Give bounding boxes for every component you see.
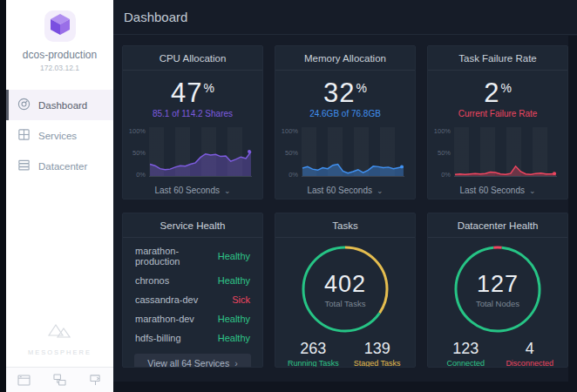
panel-service-health: Service Health marathon-productionHealth… xyxy=(122,213,263,368)
panel-task-failure-rate: Task Failure Rate 2% Current Failure Rat… xyxy=(427,45,568,199)
sitemap-icon[interactable] xyxy=(53,374,66,386)
y-axis-labels: 100%50%0% xyxy=(126,127,149,178)
cpu-percent: 47% xyxy=(123,78,262,109)
memory-percent: 32% xyxy=(275,78,415,109)
cluster-name: dcos-production xyxy=(6,49,113,61)
stat-label: Disconnected xyxy=(504,359,556,368)
main-content: Dashboard CPU Allocation 47% 85.1 of 114… xyxy=(113,0,577,392)
sidebar-item-dashboard[interactable]: Dashboard xyxy=(6,90,113,120)
memory-range-dropdown[interactable]: Last 60 Seconds⌄ xyxy=(275,186,415,195)
chevron-down-icon: ⌄ xyxy=(377,186,384,195)
stat: 4Disconnected xyxy=(504,340,556,368)
tasks-stats: 263Running Tasks139Staged Tasks xyxy=(275,340,415,368)
panel-tasks: Tasks 402 Total Tasks 263Running Tasks13… xyxy=(275,213,416,368)
servers-icon xyxy=(17,159,31,173)
stat-value: 4 xyxy=(504,340,556,358)
flag-icon[interactable] xyxy=(89,374,102,386)
sidebar-item-label: Services xyxy=(38,131,77,141)
cluster-logo[interactable] xyxy=(44,10,76,42)
cpu-chart: 100%50%0% xyxy=(126,127,255,178)
cluster-ip: 172.03.12.1 xyxy=(6,64,113,72)
stat: 263Running Tasks xyxy=(287,340,339,368)
y-axis-labels: 100%50%0% xyxy=(431,127,454,178)
sidebar-item-services[interactable]: Services xyxy=(6,120,113,151)
service-status: Healthy xyxy=(218,251,250,261)
failure-chart: 100%50%0% xyxy=(431,127,560,178)
stat: 139Staged Tasks xyxy=(351,340,404,368)
failure-range-dropdown[interactable]: Last 60 Seconds⌄ xyxy=(428,186,567,195)
bottom-gutter xyxy=(113,382,577,392)
chevron-down-icon: ⌄ xyxy=(529,186,536,195)
service-name: cassandra-dev xyxy=(135,294,198,305)
nodes-donut: 127 Total Nodes xyxy=(451,243,544,335)
memory-usage-text: 24.6GB of 76.8GB xyxy=(275,109,415,118)
panel-title: Task Failure Rate xyxy=(428,46,567,71)
service-row[interactable]: hdfs-billingHealthy xyxy=(123,328,262,348)
total-tasks-value: 402 xyxy=(324,271,366,298)
tasks-donut: 402 Total Tasks xyxy=(299,243,391,335)
service-status: Healthy xyxy=(218,333,250,343)
failure-rate-text: Current Failure Rate xyxy=(428,109,567,118)
panel-cpu-allocation: CPU Allocation 47% 85.1 of 114.2 Shares … xyxy=(122,45,263,199)
service-status: Healthy xyxy=(218,314,250,324)
cpu-shares-text: 85.1 of 114.2 Shares xyxy=(123,109,262,118)
service-status: Sick xyxy=(232,294,250,305)
panel-grid: CPU Allocation 47% 85.1 of 114.2 Shares … xyxy=(113,35,577,368)
cube-icon xyxy=(49,12,71,40)
panel-memory-allocation: Memory Allocation 32% 24.6GB of 76.8GB 1… xyxy=(275,45,416,199)
service-row[interactable]: marathon-devHealthy xyxy=(123,309,262,328)
service-status: Healthy xyxy=(218,275,250,286)
service-row[interactable]: chronosHealthy xyxy=(123,271,262,290)
failure-area-chart xyxy=(454,127,557,177)
service-name: marathon-production xyxy=(135,246,218,267)
total-nodes-label: Total Nodes xyxy=(476,299,519,308)
sidebar-menu: Dashboard Services Datacenter xyxy=(6,90,113,181)
memory-area-chart xyxy=(302,127,404,177)
vendor-watermark: MESOSPHERE xyxy=(6,321,113,356)
stat-label: Connected xyxy=(439,359,492,368)
stat-value: 139 xyxy=(351,340,404,358)
grid-icon xyxy=(17,128,31,143)
stat-label: Running Tasks xyxy=(287,359,339,368)
stat-label: Staged Tasks xyxy=(351,359,404,368)
sidebar-item-label: Datacenter xyxy=(38,161,87,172)
memory-chart: 100%50%0% xyxy=(279,127,408,178)
service-row[interactable]: marathon-productionHealthy xyxy=(123,241,262,271)
gauge-icon xyxy=(17,98,31,112)
cpu-area-chart xyxy=(149,127,252,177)
total-nodes-value: 127 xyxy=(477,271,519,298)
y-axis-labels: 100%50%0% xyxy=(279,127,302,178)
service-name: hdfs-billing xyxy=(135,333,181,343)
screen-edge xyxy=(0,0,6,392)
chevron-down-icon: ⌄ xyxy=(224,186,231,195)
stat-value: 123 xyxy=(439,340,492,358)
panel-title: Memory Allocation xyxy=(275,46,415,71)
service-row[interactable]: cassandra-devSick xyxy=(123,290,262,309)
sidebar: dcos-production 172.03.12.1 Dashboard Se… xyxy=(6,0,113,392)
window-icon[interactable] xyxy=(17,375,31,386)
sidebar-item-datacenter[interactable]: Datacenter xyxy=(6,151,113,181)
mesosphere-logo xyxy=(45,328,75,343)
sidebar-item-label: Dashboard xyxy=(38,100,87,111)
sidebar-footer xyxy=(6,367,113,392)
chevron-right-icon: › xyxy=(234,358,238,368)
nodes-stats: 123Connected4Disconnected xyxy=(428,340,567,368)
service-name: chronos xyxy=(135,275,169,286)
page-header: Dashboard xyxy=(113,0,577,35)
panel-title: Datacenter Health xyxy=(428,213,567,238)
panel-title: CPU Allocation xyxy=(123,46,262,71)
cpu-range-dropdown[interactable]: Last 60 Seconds⌄ xyxy=(123,186,262,195)
stat-value: 263 xyxy=(287,340,339,358)
view-all-services-button[interactable]: View all 64 Services› xyxy=(134,354,251,368)
panel-title: Service Health xyxy=(123,213,262,238)
failure-percent: 2% xyxy=(428,78,567,109)
total-tasks-label: Total Tasks xyxy=(325,299,366,308)
vendor-watermark-text: MESOSPHERE xyxy=(6,348,113,356)
stat: 123Connected xyxy=(439,340,492,368)
page-title: Dashboard xyxy=(124,10,187,24)
sidebar-header: dcos-production 172.03.12.1 xyxy=(6,0,113,72)
panel-title: Tasks xyxy=(275,213,415,238)
service-name: marathon-dev xyxy=(135,314,194,324)
panel-datacenter-health: Datacenter Health 127 Total Nodes 123Con… xyxy=(427,213,568,368)
service-list: marathon-productionHealthychronosHealthy… xyxy=(123,238,262,348)
